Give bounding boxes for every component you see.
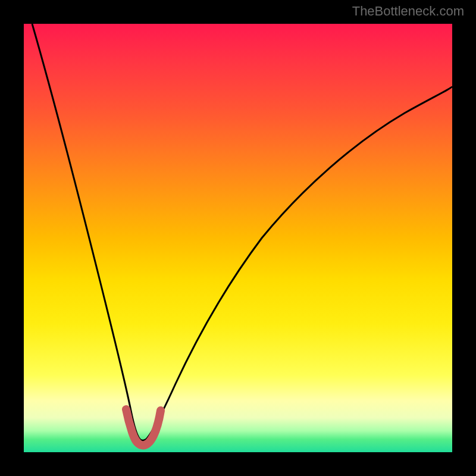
chart-plot-area [24, 24, 452, 452]
chart-svg [24, 24, 452, 452]
watermark-text: TheBottleneck.com [352, 4, 464, 19]
bottleneck-curve [32, 24, 452, 440]
